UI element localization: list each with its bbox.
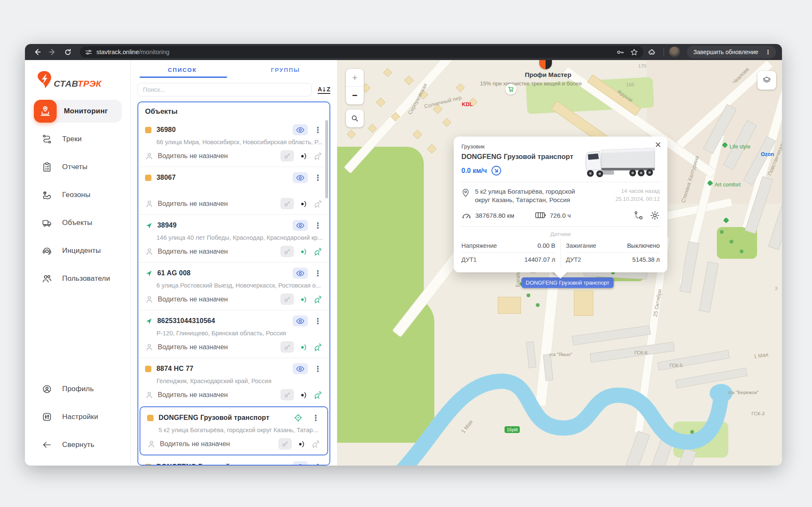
toolbar-separator [664,48,664,56]
locate-on-map-button[interactable] [291,412,306,423]
back-button[interactable] [31,46,44,58]
extensions-button[interactable] [646,46,658,58]
poi-label: ГСК-6 [634,350,647,355]
poi-label[interactable]: KDL [462,101,473,107]
poi-label: гск "Якын" [549,352,572,357]
visibility-eye-button[interactable] [293,220,308,231]
sidebar-collapse-button[interactable]: Свернуть [25,431,130,459]
visibility-eye-button[interactable] [293,124,308,135]
magnifier-icon [351,115,359,122]
sidebar-item-incidents[interactable]: Инциденты [25,237,130,265]
kebab-menu-button[interactable]: ⋮ [313,126,323,134]
zoom-in-button[interactable]: + [346,69,364,87]
poi-label[interactable]: Life style [730,144,750,150]
vehicle-address: Р-120, Глинищево, Брянская область, Росс… [156,330,323,337]
zoom-out-button[interactable]: − [346,87,364,104]
ignition-icon [299,343,308,351]
forward-button[interactable] [46,46,59,58]
bookmark-star-icon[interactable] [630,48,638,56]
tab-groups[interactable]: ГРУППЫ [234,63,337,78]
settings-sliders-icon [42,412,52,422]
kebab-menu-button[interactable]: ⋮ [313,222,323,230]
reload-button[interactable] [61,46,74,58]
poi-label[interactable]: 16plit [505,426,520,433]
sidebar-item-profile[interactable]: Профиль [25,375,130,403]
sidebar-item-monitoring[interactable]: Мониторинг [25,97,130,125]
vehicle-popup: ✕ Грузовик DONGFENG Грузовой транспорт 0… [454,137,667,272]
visibility-eye-button[interactable] [293,268,308,279]
vehicle-marker-label[interactable]: DONGFENG Грузовой транспорт [521,277,614,288]
sidebar-item-users[interactable]: Пользователи [25,265,130,293]
eye-icon [296,270,304,277]
object-settings-button[interactable] [650,211,660,220]
sidebar-item-settings[interactable]: Настройки [25,403,130,431]
sidebar-item-objects[interactable]: Объекты [25,209,130,237]
vehicle-card[interactable]: 38949 ⋮ 146 улица 40 лет Победы, Краснод… [138,214,329,262]
kebab-menu-button[interactable]: ⋮ [311,414,321,422]
reload-icon [64,49,71,56]
sort-az-button[interactable]: A Z [318,86,330,94]
visibility-eye-button[interactable] [293,315,308,326]
key-status-icon [280,150,294,162]
sidebar-item-tracks[interactable]: Треки [25,125,130,153]
chrome-menu-icon[interactable]: ⋮ [763,49,774,55]
ignition-icon [299,390,308,399]
status-parked-icon [145,127,151,133]
show-track-button[interactable] [634,211,643,220]
vehicle-address: 6 улица Ростовский Выезд, Новочеркасск, … [156,282,323,290]
poi-label[interactable]: Ozon [761,151,774,157]
vehicle-address: 146 улица 40 лет Победы, Краснодар, Крас… [156,234,323,242]
geozones-icon [42,190,52,200]
finish-update-button[interactable]: Завершить обновление ⋮ [687,46,776,58]
vehicle-address: 5 к2 улица Богатырёва, городской округ К… [159,427,321,434]
tab-list[interactable]: СПИСОК [131,63,234,78]
profile-avatar[interactable] [669,47,680,58]
key-status-icon [280,198,294,209]
vehicle-card[interactable]: 61 AG 008 ⋮ 6 улица Ростовский Выезд, Но… [138,262,329,310]
url-bar[interactable]: stavtrack.online/monitoring [80,46,643,58]
driver-label: Водитель не назначен [158,152,228,160]
vehicle-name: 38949 [157,222,177,229]
kebab-menu-button[interactable]: ⋮ [313,463,323,466]
driver-icon [147,440,156,448]
direction-icon [491,165,502,176]
vehicle-card[interactable]: 862531044310564 ⋮ Р-120, Глинищево, Брян… [138,310,329,358]
poi-label[interactable]: Art comfort [715,182,741,188]
objects-list-panel: СПИСОК ГРУППЫ A Z Объекты 36980 [131,60,337,466]
search-input[interactable] [137,83,312,96]
vehicle-card-selected[interactable]: DONGFENG Грузовой транспорт ⋮ 5 к2 улица… [140,406,328,455]
kebab-menu-button[interactable]: ⋮ [313,174,323,182]
map-search-button[interactable] [346,110,364,127]
visibility-eye-button[interactable] [293,172,308,183]
list-scrollbar[interactable] [325,120,328,198]
visibility-eye-button[interactable] [293,363,308,374]
vehicle-card[interactable]: 36980 ⋮ 66 улица Мира, Новосибирск, Ново… [138,119,329,167]
vehicle-card[interactable]: 8874 НС 77 ⋮ Геленджик, Краснодарский кр… [138,358,329,406]
password-key-icon[interactable] [616,48,624,56]
driver-label: Водитель не назначен [160,440,230,448]
driver-label: Водитель не назначен [158,391,228,399]
eye-icon [296,366,304,372]
driver-icon [145,391,154,399]
vehicle-card[interactable]: 38067 ⋮ Водитель не назначен [138,167,329,214]
map-layers-button[interactable] [757,71,776,90]
visibility-eye-button[interactable] [293,461,308,466]
extensions-puzzle-icon [648,48,656,56]
kebab-menu-button[interactable]: ⋮ [313,317,323,325]
eye-icon [296,127,304,133]
map[interactable]: Серпуховская Солнечный пер. Чкалова Фрун… [337,60,782,466]
kebab-menu-button[interactable]: ⋮ [313,365,323,373]
site-settings-icon [85,49,92,56]
gps-antenna-icon [311,439,321,449]
ignition-icon [297,439,306,448]
kebab-menu-button[interactable]: ⋮ [313,269,323,277]
vehicle-name: 61 AG 008 [157,269,191,277]
popup-engine-hours: 726.0 ч [550,212,571,219]
vehicle-card[interactable]: DONGFENG Грузовой траснспорт ⋮ 71 улица … [138,456,329,466]
ignition-icon [299,247,308,256]
sidebar-item-reports[interactable]: Отчеты [25,153,130,181]
logo: СТАВТРЭК [25,66,130,97]
map-ad-title[interactable]: Профи Мастер [525,71,571,78]
zoom-control: + − [346,69,364,104]
sidebar-item-geozones[interactable]: Геозоны [25,181,130,209]
